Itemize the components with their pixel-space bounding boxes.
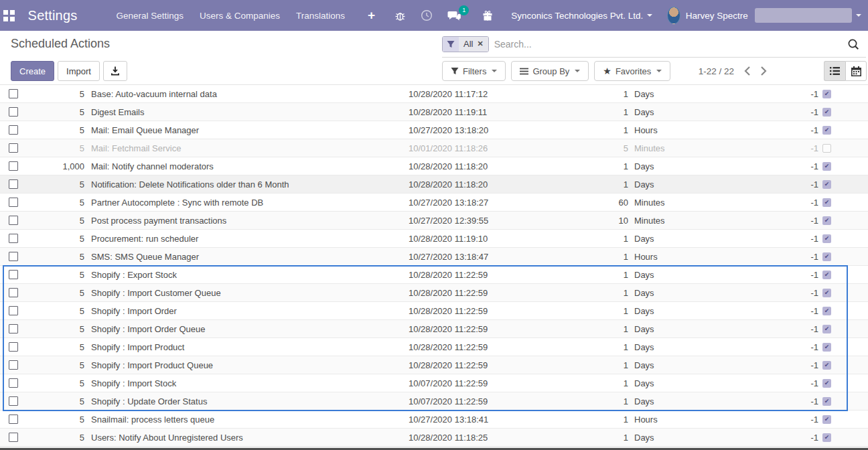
search-input[interactable] xyxy=(494,39,847,50)
user-avatar[interactable] xyxy=(667,7,680,24)
active-checkbox[interactable]: ✔ xyxy=(822,397,831,406)
debug-bug-icon[interactable] xyxy=(394,10,406,21)
row-select-checkbox[interactable] xyxy=(9,360,18,370)
active-checkbox[interactable]: ✔ xyxy=(822,307,831,315)
company-switcher[interactable]: Synconics Technologies Pvt. Ltd. xyxy=(511,11,652,21)
list-view-button[interactable] xyxy=(824,61,845,81)
table-row[interactable]: 5 Base: Auto-vacuum internal data 10/28/… xyxy=(0,85,868,103)
table-row[interactable]: 5 Mail: Email Queue Manager 10/27/2020 1… xyxy=(0,121,868,139)
action-name-cell[interactable]: Users: Notify About Unregistered Users xyxy=(86,433,409,443)
active-checkbox[interactable]: ✔ xyxy=(822,234,831,243)
search-magnifier-icon[interactable] xyxy=(847,38,859,50)
action-name-cell[interactable]: Digest Emails xyxy=(86,107,409,117)
action-name-cell[interactable]: Shopify : Import Order xyxy=(86,306,409,316)
facet-remove-icon[interactable]: ✕ xyxy=(477,40,483,48)
table-row[interactable]: 5 Procurement: run scheduler 10/28/2020 … xyxy=(0,230,868,248)
group-by-button[interactable]: Group By xyxy=(511,61,589,81)
action-name-cell[interactable]: Shopify : Update Order Status xyxy=(86,396,409,406)
favorites-button[interactable]: ★ Favorites xyxy=(594,61,670,81)
table-row[interactable]: 5 Shopify : Export Stock 10/28/2020 11:2… xyxy=(0,266,868,284)
active-checkbox[interactable]: ✔ xyxy=(822,180,831,189)
active-checkbox[interactable]: ✔ xyxy=(822,433,831,442)
active-checkbox[interactable]: ✔ xyxy=(822,361,831,370)
row-select-checkbox[interactable] xyxy=(9,415,18,424)
active-checkbox[interactable]: ✔ xyxy=(822,271,831,279)
gift-icon[interactable] xyxy=(482,10,493,21)
table-row[interactable]: 5 Users: Notify About Unregistered Users… xyxy=(0,429,868,447)
table-row[interactable]: 5 Shopify : Update Order Status 10/07/20… xyxy=(0,392,868,410)
row-select-checkbox[interactable] xyxy=(9,306,18,315)
table-row[interactable]: 5 Post process payment transactions 10/2… xyxy=(0,212,868,230)
apps-menu-icon[interactable] xyxy=(0,0,19,31)
active-checkbox[interactable]: ✔ xyxy=(822,289,831,297)
import-button[interactable]: Import xyxy=(58,61,100,81)
action-name-cell[interactable]: Base: Auto-vacuum internal data xyxy=(86,89,409,99)
action-name-cell[interactable]: Mail: Notify channel moderators xyxy=(86,161,409,171)
export-button[interactable] xyxy=(103,61,127,81)
table-row[interactable]: 5 Shopify : Import Product 10/28/2020 11… xyxy=(0,338,868,356)
active-checkbox[interactable] xyxy=(822,144,831,153)
row-select-checkbox[interactable] xyxy=(9,288,18,297)
active-checkbox[interactable]: ✔ xyxy=(822,343,831,352)
table-row[interactable]: 5 Partner Autocomplete : Sync with remot… xyxy=(0,194,868,212)
action-name-cell[interactable]: Shopify : Import Product Queue xyxy=(86,360,409,370)
action-name-cell[interactable]: Shopify : Import Stock xyxy=(86,378,409,388)
app-title[interactable]: Settings xyxy=(28,8,78,23)
active-checkbox[interactable]: ✔ xyxy=(822,162,831,171)
pager-prev-icon[interactable] xyxy=(743,66,751,76)
row-select-checkbox[interactable] xyxy=(9,107,18,117)
table-row[interactable]: 5 Shopify : Import Stock 10/07/2020 11:2… xyxy=(0,374,868,392)
active-checkbox[interactable]: ✔ xyxy=(822,126,831,135)
action-name-cell[interactable]: Shopify : Import Order Queue xyxy=(86,324,409,334)
messages-icon[interactable]: 1 xyxy=(447,10,461,21)
plus-icon[interactable]: + xyxy=(368,8,375,23)
action-name-cell[interactable]: Shopify : Import Product xyxy=(86,342,409,352)
search-facet-all[interactable]: All ✕ xyxy=(442,36,489,52)
row-select-checkbox[interactable] xyxy=(9,378,18,388)
row-select-checkbox[interactable] xyxy=(9,179,18,189)
table-row[interactable]: 5 Notification: Delete Notifications old… xyxy=(0,175,868,194)
table-row[interactable]: 5 Shopify : Import Product Queue 10/28/2… xyxy=(0,356,868,374)
action-name-cell[interactable]: Mail: Fetchmail Service xyxy=(86,143,409,153)
table-row[interactable]: 5 Snailmail: process letters queue 10/27… xyxy=(0,410,868,429)
row-select-checkbox[interactable] xyxy=(9,234,18,243)
row-select-checkbox[interactable] xyxy=(9,89,18,98)
menu-users-companies[interactable]: Users & Companies xyxy=(200,11,280,21)
active-checkbox[interactable]: ✔ xyxy=(822,216,831,225)
row-select-checkbox[interactable] xyxy=(9,216,18,225)
action-name-cell[interactable]: Notification: Delete Notifications older… xyxy=(86,179,409,190)
search-bar[interactable]: All ✕ xyxy=(442,31,866,58)
table-row[interactable]: 5 SMS: SMS Queue Manager 10/27/2020 13:1… xyxy=(0,248,868,266)
action-name-cell[interactable]: Partner Autocomplete : Sync with remote … xyxy=(86,198,409,208)
row-select-checkbox[interactable] xyxy=(9,161,18,171)
action-name-cell[interactable]: Mail: Email Queue Manager xyxy=(86,125,409,135)
row-select-checkbox[interactable] xyxy=(9,270,18,279)
row-select-checkbox[interactable] xyxy=(9,198,18,207)
action-name-cell[interactable]: Procurement: run scheduler xyxy=(86,234,409,244)
create-button[interactable]: Create xyxy=(11,61,54,81)
action-name-cell[interactable]: Shopify : Export Stock xyxy=(86,270,409,280)
active-checkbox[interactable]: ✔ xyxy=(822,379,831,388)
action-name-cell[interactable]: SMS: SMS Queue Manager xyxy=(86,252,409,262)
active-checkbox[interactable]: ✔ xyxy=(822,198,831,207)
table-row[interactable]: 5 Mail: Fetchmail Service 10/01/2020 11:… xyxy=(0,139,868,157)
active-checkbox[interactable]: ✔ xyxy=(822,108,831,117)
active-checkbox[interactable]: ✔ xyxy=(822,90,831,98)
pager-next-icon[interactable] xyxy=(760,66,768,76)
row-select-checkbox[interactable] xyxy=(9,342,18,352)
action-name-cell[interactable]: Snailmail: process letters queue xyxy=(86,415,409,425)
active-checkbox[interactable]: ✔ xyxy=(822,415,831,424)
table-row[interactable]: 5 Digest Emails 10/28/2020 11:19:11 1 Da… xyxy=(0,103,868,121)
row-select-checkbox[interactable] xyxy=(9,433,18,442)
user-menu[interactable]: Harvey Spectre xyxy=(686,11,748,21)
active-checkbox[interactable]: ✔ xyxy=(822,325,831,333)
menu-general-settings[interactable]: General Settings xyxy=(116,11,184,21)
activities-clock-icon[interactable] xyxy=(421,9,433,21)
filters-button[interactable]: Filters xyxy=(442,61,506,81)
user-menu-chevron-icon[interactable] xyxy=(856,14,861,17)
row-select-checkbox[interactable] xyxy=(9,324,18,333)
table-row[interactable]: 5 Shopify : Import Customer Queue 10/28/… xyxy=(0,284,868,302)
row-select-checkbox[interactable] xyxy=(9,125,18,135)
row-select-checkbox[interactable] xyxy=(9,143,18,153)
row-select-checkbox[interactable] xyxy=(9,252,18,261)
